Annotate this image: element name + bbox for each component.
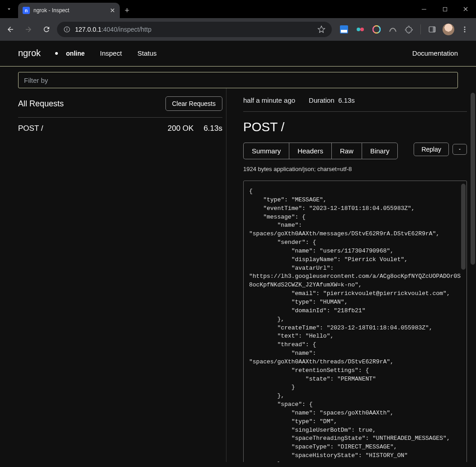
request-row[interactable]: POST / 200 OK 6.13s bbox=[18, 118, 222, 139]
svg-rect-6 bbox=[341, 30, 347, 33]
replay-group: Replay bbox=[414, 143, 467, 156]
replay-options-button[interactable] bbox=[452, 144, 467, 155]
split-panes: All Requests Clear Requests POST / 200 O… bbox=[0, 88, 476, 462]
url-text: 127.0.0.1:4040/inspect/http bbox=[75, 26, 151, 33]
pane-divider[interactable] bbox=[226, 88, 231, 462]
close-icon[interactable]: ✕ bbox=[110, 7, 115, 14]
app-body: All Requests Clear Requests POST / 200 O… bbox=[0, 66, 476, 467]
body-meta: 1924 bytes application/json; charset=utf… bbox=[243, 166, 467, 172]
request-status: 200 OK bbox=[168, 124, 194, 133]
duration-group: Duration 6.13s bbox=[309, 96, 355, 104]
status-indicator-icon bbox=[55, 52, 58, 55]
forward-button[interactable] bbox=[21, 22, 36, 37]
requests-title: All Requests bbox=[18, 99, 64, 109]
window-close-button[interactable] bbox=[455, 0, 476, 18]
replay-button[interactable]: Replay bbox=[414, 143, 449, 156]
side-panel-icon[interactable] bbox=[425, 23, 439, 36]
toolbar-extensions bbox=[337, 23, 471, 36]
app-root: ngrok online Inspect Status Documentatio… bbox=[0, 41, 476, 467]
tab-headers[interactable]: Headers bbox=[289, 143, 331, 159]
window-titlebar: n ngrok - Inspect ✕ + bbox=[0, 0, 476, 18]
window-maximize-button[interactable] bbox=[434, 0, 455, 18]
request-method-path: POST / bbox=[18, 124, 168, 133]
response-body[interactable]: { "type": "MESSAGE", "eventTime": "2023-… bbox=[243, 181, 467, 462]
window-minimize-button[interactable] bbox=[414, 0, 434, 18]
svg-point-8 bbox=[360, 28, 364, 31]
svg-rect-11 bbox=[433, 27, 435, 32]
toolbar-separator bbox=[420, 24, 421, 34]
tab-title: ngrok - Inspect bbox=[33, 7, 106, 14]
svg-point-12 bbox=[464, 26, 465, 28]
brand-logo[interactable]: ngrok bbox=[18, 48, 41, 58]
tab-raw[interactable]: Raw bbox=[331, 143, 362, 159]
svg-rect-1 bbox=[443, 7, 447, 11]
url-port: :4040 bbox=[101, 26, 117, 33]
browser-toolbar: 127.0.0.1:4040/inspect/http bbox=[0, 18, 476, 41]
svg-point-7 bbox=[357, 28, 360, 31]
requests-pane: All Requests Clear Requests POST / 200 O… bbox=[0, 88, 226, 462]
chrome-menu-icon[interactable] bbox=[458, 23, 471, 36]
duration-value: 6.13s bbox=[338, 96, 355, 104]
url-path: /inspect/http bbox=[117, 26, 151, 33]
detail-meta: half a minute ago Duration 6.13s bbox=[243, 96, 467, 112]
chevron-down-icon bbox=[457, 147, 462, 152]
window-controls bbox=[414, 0, 476, 18]
browser-tab[interactable]: n ngrok - Inspect ✕ bbox=[18, 3, 120, 18]
extension-icon[interactable] bbox=[370, 23, 383, 36]
app-header: ngrok online Inspect Status Documentatio… bbox=[0, 41, 476, 66]
detail-pane: half a minute ago Duration 6.13s POST / … bbox=[231, 88, 476, 462]
url-host: 127.0.0.1 bbox=[75, 26, 101, 33]
svg-rect-0 bbox=[422, 9, 426, 10]
svg-point-14 bbox=[464, 31, 465, 32]
nav-inspect[interactable]: Inspect bbox=[100, 49, 122, 57]
extension-icon[interactable] bbox=[386, 23, 400, 36]
extension-icon[interactable] bbox=[337, 23, 351, 36]
nav-status[interactable]: Status bbox=[137, 49, 157, 57]
ngrok-favicon-icon: n bbox=[23, 7, 30, 14]
back-button[interactable] bbox=[3, 22, 18, 37]
svg-point-13 bbox=[464, 29, 465, 30]
primary-nav: Inspect Status bbox=[100, 49, 170, 57]
clear-requests-button[interactable]: Clear Requests bbox=[165, 96, 223, 111]
tab-summary[interactable]: Summary bbox=[243, 143, 289, 159]
scrollbar-thumb[interactable] bbox=[471, 93, 475, 265]
site-info-icon[interactable] bbox=[63, 26, 71, 33]
address-bar[interactable]: 127.0.0.1:4040/inspect/http bbox=[57, 22, 332, 37]
svg-rect-3 bbox=[66, 29, 67, 31]
avatar-icon bbox=[443, 24, 454, 35]
tab-search-dropdown[interactable] bbox=[0, 0, 18, 18]
filter-bar bbox=[0, 67, 476, 88]
tab-binary[interactable]: Binary bbox=[362, 143, 398, 159]
svg-rect-4 bbox=[66, 28, 67, 28]
scrollbar-thumb[interactable] bbox=[461, 184, 466, 270]
new-tab-button[interactable]: + bbox=[120, 3, 134, 18]
extensions-menu-icon[interactable] bbox=[402, 23, 416, 36]
duration-label: Duration bbox=[309, 96, 335, 104]
filter-input[interactable] bbox=[18, 72, 458, 88]
profile-avatar[interactable] bbox=[442, 23, 455, 36]
bookmark-icon[interactable] bbox=[317, 25, 325, 33]
extension-icon[interactable] bbox=[353, 23, 367, 36]
svg-point-9 bbox=[373, 26, 380, 33]
tunnel-status: online bbox=[66, 50, 85, 57]
request-duration: 6.13s bbox=[203, 124, 222, 133]
detail-title: POST / bbox=[243, 120, 467, 134]
reload-button[interactable] bbox=[39, 22, 54, 37]
requests-header: All Requests Clear Requests bbox=[18, 96, 222, 118]
detail-tabs: Summary Headers Raw Binary Replay bbox=[243, 143, 467, 159]
documentation-link[interactable]: Documentation bbox=[412, 49, 458, 57]
request-age: half a minute ago bbox=[243, 96, 295, 104]
